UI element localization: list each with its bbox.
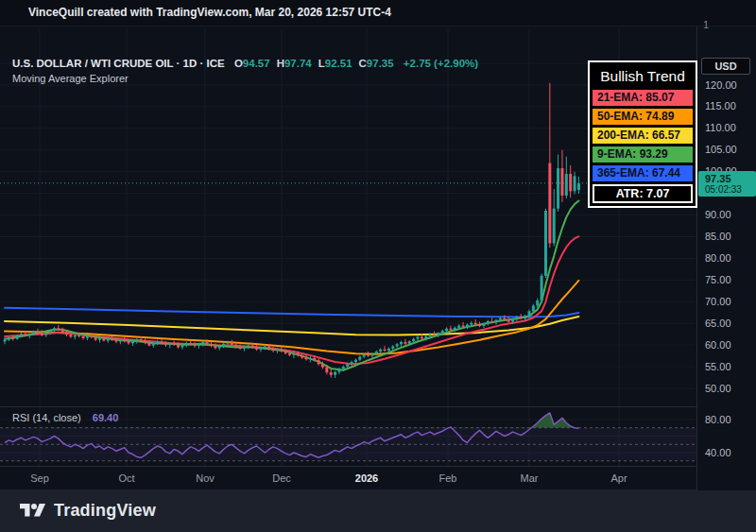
price-tick-label: 55.00: [705, 361, 731, 373]
time-tick-label: Feb: [439, 472, 457, 484]
price-tick-label: 115.00: [705, 100, 736, 112]
price-tick-label: 85.00: [705, 231, 731, 243]
time-tick-label: Apr: [610, 472, 627, 484]
brand-bar: TradingView: [0, 489, 756, 532]
time-tick-label: 2026: [355, 472, 378, 484]
price-tick-label: 105.00: [705, 144, 737, 156]
trend-status-label: Bullish Trend: [593, 65, 693, 90]
atr-label: ATR: 7.07: [593, 184, 693, 203]
ma-legend-row: 50-EMA: 74.89: [593, 109, 693, 125]
price-tick-label: 90.00: [705, 209, 731, 221]
time-tick-label: Oct: [118, 472, 134, 484]
price-tick-label: 80.00: [705, 252, 731, 265]
price-tick-label: 110.00: [705, 122, 736, 134]
ma-legend-row: 21-EMA: 85.07: [593, 90, 693, 106]
rsi-tick-label: 80.00: [705, 414, 731, 426]
ma-legend-row: 9-EMA: 93.29: [593, 146, 693, 163]
200-ema-line: [5, 317, 578, 335]
price-tick-label: 60.00: [705, 339, 731, 352]
price-tick-label: 50.00: [705, 383, 731, 395]
last-price-badge: 97.35 05:02:33: [698, 171, 756, 197]
price-tick-label: 65.00: [705, 317, 731, 330]
chart-region[interactable]: U.S. DOLLAR / WTI CRUDE OIL · 1D · ICE O…: [0, 26, 756, 490]
365-ema-line: [5, 308, 578, 317]
last-price-value: 97.35: [705, 173, 756, 184]
ma-legend-row: 200-EMA: 66.57: [593, 128, 693, 144]
ma-legend-box: Bullish Trend 21-EMA: 85.0750-EMA: 74.89…: [588, 60, 697, 208]
time-tick-label: Sep: [30, 472, 49, 484]
attribution-bar: VinceQuill created with TradingView.com,…: [0, 0, 756, 26]
bar-countdown: 05:02:33: [705, 184, 756, 195]
price-tick-label: 120.00: [705, 79, 737, 92]
price-tick-label: 70.00: [705, 296, 731, 308]
pane-index-label: 1: [703, 19, 709, 30]
rsi-pane[interactable]: [0, 407, 696, 466]
rsi-tick-label: 40.00: [705, 447, 731, 459]
brand-name[interactable]: TradingView: [54, 501, 156, 521]
price-axis[interactable]: USD 97.35 05:02:33 120.00115.00110.00105…: [696, 26, 756, 490]
currency-button[interactable]: USD: [701, 58, 750, 75]
time-tick-label: Mar: [521, 472, 539, 484]
ma-legend-row: 365-EMA: 67.44: [593, 165, 693, 181]
time-tick-label: Nov: [196, 472, 215, 484]
price-tick-label: 75.00: [705, 274, 731, 286]
pane-separator[interactable]: [0, 406, 756, 407]
tradingview-logo-icon[interactable]: [20, 501, 45, 521]
attribution-text: VinceQuill created with TradingView.com,…: [28, 6, 391, 19]
time-axis[interactable]: SepOctNovDec2026FebMarApr: [0, 466, 696, 490]
time-tick-label: Dec: [272, 472, 291, 484]
ma-legend-rows: 21-EMA: 85.0750-EMA: 74.89200-EMA: 66.57…: [593, 90, 693, 181]
